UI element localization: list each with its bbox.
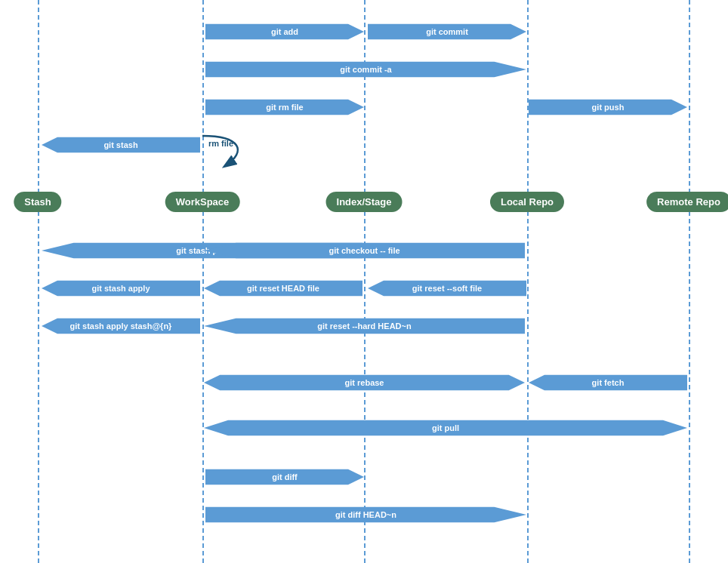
- node-remoterepo: Remote Repo: [646, 192, 728, 212]
- arrow-git-stash-apply: git stash apply: [42, 275, 200, 301]
- git-workflow-diagram: Stash WorkSpace Index/Stage Local Repo R…: [0, 0, 728, 563]
- node-stash: Stash: [14, 192, 61, 212]
- vline-workspace: [202, 0, 204, 563]
- vline-remoterepo: [689, 0, 690, 563]
- arrow-git-pull: git pull: [204, 415, 687, 441]
- vline-localrepo: [527, 0, 529, 563]
- curved-rm-file: rm file: [195, 128, 255, 174]
- node-workspace: WorkSpace: [165, 192, 240, 212]
- arrow-git-commit: git commit: [368, 19, 526, 45]
- arrow-git-stash-apply-n: git stash apply stash@{n}: [42, 313, 200, 339]
- arrow-git-stash: git stash: [42, 132, 200, 158]
- vline-index: [364, 0, 366, 563]
- arrow-git-reset-soft-file: git reset --soft file: [368, 275, 526, 301]
- arrow-git-add: git add: [205, 19, 364, 45]
- arrow-git-rm-file: git rm file: [205, 94, 364, 120]
- arrow-git-fetch: git fetch: [529, 370, 687, 395]
- arrow-git-diff-head: git diff HEAD~n: [205, 502, 526, 528]
- node-index: Index/Stage: [326, 192, 403, 212]
- arrow-git-push: git push: [529, 94, 687, 120]
- arrow-git-commit-a: git commit -a: [205, 57, 526, 82]
- arrow-git-diff: git diff: [205, 464, 364, 490]
- arrow-git-reset-head-file: git reset HEAD file: [204, 275, 362, 301]
- node-localrepo: Local Repo: [490, 192, 564, 212]
- vline-stash: [38, 0, 39, 563]
